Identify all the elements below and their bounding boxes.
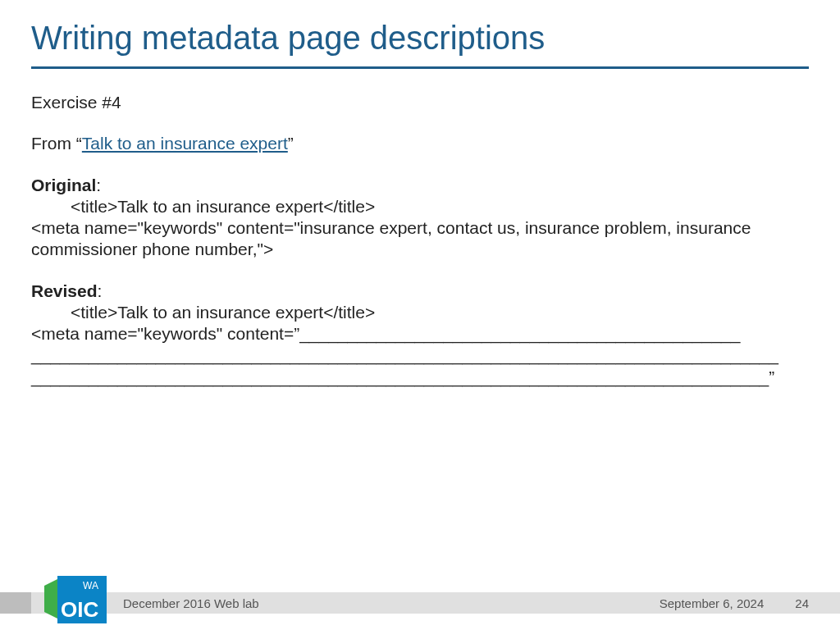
original-meta-code: <meta name="keywords" content="insurance… — [31, 218, 751, 258]
revised-blank-2: ________________________________________… — [31, 345, 778, 364]
footer-date: September 6, 2024 — [660, 596, 765, 610]
footer-left: December 2016 Web lab — [123, 596, 259, 610]
revised-blank-3: ________________________________________… — [31, 368, 774, 386]
original-heading: Original: — [31, 175, 809, 196]
exercise-label: Exercise #4 — [31, 92, 809, 113]
revised-heading: Revised: — [31, 281, 809, 302]
footer-bar-accent — [0, 592, 31, 614]
revised-block: <title>Talk to an insurance expert</titl… — [31, 302, 809, 388]
revised-label: Revised — [31, 281, 98, 300]
from-suffix: ” — [288, 134, 294, 153]
revised-title-code: <title>Talk to an insurance expert</titl… — [31, 302, 809, 323]
from-prefix: From “ — [31, 134, 82, 153]
revised-blank-1: ________________________________________… — [299, 324, 740, 343]
logo-oic-text: OIC — [61, 597, 98, 622]
footer-text: December 2016 Web lab September 6, 2024 … — [123, 592, 809, 614]
logo-green-shape — [44, 579, 57, 619]
talk-to-expert-link[interactable]: Talk to an insurance expert — [82, 134, 288, 153]
footer-page-number: 24 — [795, 596, 809, 610]
original-block: <title>Talk to an insurance expert</titl… — [31, 196, 809, 261]
from-line: From “Talk to an insurance expert” — [31, 133, 809, 154]
slide: Writing metadata page descriptions Exerc… — [0, 0, 840, 630]
slide-content: Exercise #4 From “Talk to an insurance e… — [0, 69, 840, 388]
footer: December 2016 Web lab September 6, 2024 … — [0, 587, 840, 619]
wa-oic-logo: WA OIC — [44, 576, 107, 623]
slide-title: Writing metadata page descriptions — [0, 0, 840, 66]
original-label: Original — [31, 176, 96, 194]
revised-meta-prefix: <meta name="keywords" content=” — [31, 324, 299, 343]
logo-wa-text: WA — [83, 580, 98, 591]
original-title-code: <title>Talk to an insurance expert</titl… — [31, 196, 809, 217]
spacer — [31, 261, 809, 281]
